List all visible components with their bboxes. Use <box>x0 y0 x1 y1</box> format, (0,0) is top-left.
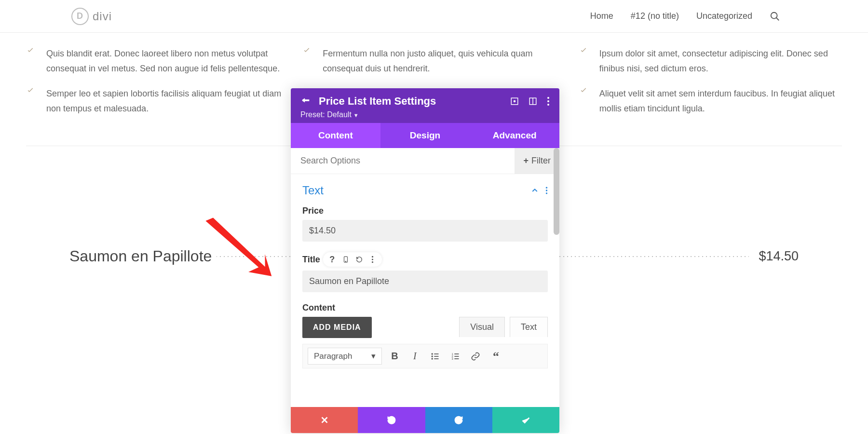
feature-text: Semper leo et sapien lobortis facilisis … <box>46 86 289 116</box>
feature-text: Aliquet velit sit amet sem interdum fauc… <box>599 86 842 116</box>
editor-tab-text[interactable]: Text <box>510 317 548 337</box>
check-icon <box>302 46 311 57</box>
filter-button[interactable]: +Filter <box>515 148 559 174</box>
section-more-icon[interactable] <box>545 186 548 195</box>
price-label: Price <box>302 206 548 216</box>
quote-icon[interactable]: “ <box>488 349 503 364</box>
svg-point-0 <box>771 12 777 18</box>
editor-tab-visual[interactable]: Visual <box>459 317 505 337</box>
settings-modal: Price List Item Settings Preset: Default… <box>291 88 559 433</box>
feature-text: Fermentum nulla non justo aliquet, quis … <box>323 46 565 76</box>
search-options-input[interactable] <box>291 148 515 174</box>
more-icon[interactable] <box>547 96 550 106</box>
svg-point-17 <box>372 261 373 263</box>
annotation-arrow-icon <box>190 207 287 289</box>
content-label: Content <box>302 303 548 313</box>
brand[interactable]: D divi <box>71 8 112 25</box>
scrollbar[interactable] <box>554 148 559 235</box>
tab-advanced[interactable]: Advanced <box>470 123 559 148</box>
svg-point-12 <box>546 192 547 194</box>
svg-point-8 <box>547 100 549 102</box>
italic-icon[interactable]: I <box>407 349 422 364</box>
add-media-button[interactable]: ADD MEDIA <box>302 317 372 338</box>
feature-text: Quis blandit erat. Donec laoreet libero … <box>46 46 289 76</box>
brand-logo-icon: D <box>71 8 89 25</box>
svg-point-22 <box>432 358 433 359</box>
svg-rect-23 <box>434 358 439 359</box>
svg-point-16 <box>372 258 373 260</box>
check-icon <box>26 46 35 57</box>
svg-point-18 <box>432 353 433 354</box>
paragraph-select[interactable]: Paragraph▾ <box>308 348 382 365</box>
search-icon[interactable] <box>770 11 780 22</box>
undo-button[interactable] <box>358 407 425 433</box>
tab-content[interactable]: Content <box>291 123 380 148</box>
save-button[interactable] <box>492 407 559 433</box>
back-icon[interactable] <box>300 95 311 108</box>
svg-text:3: 3 <box>452 357 453 360</box>
nav-home[interactable]: Home <box>590 11 613 21</box>
menu-item-name: Saumon en Papillote <box>26 247 217 265</box>
preset-selector[interactable]: Preset: Default▼ <box>300 110 550 119</box>
reset-icon[interactable] <box>353 253 366 266</box>
svg-point-7 <box>547 97 549 99</box>
svg-point-20 <box>432 355 433 357</box>
field-more-icon[interactable] <box>366 253 379 266</box>
svg-rect-24 <box>455 353 459 354</box>
numbered-list-icon[interactable]: 123 <box>448 349 463 364</box>
check-icon <box>579 86 588 97</box>
svg-point-4 <box>514 101 515 102</box>
snap-icon[interactable] <box>529 97 537 106</box>
title-input[interactable] <box>302 271 548 292</box>
help-icon[interactable]: ? <box>326 253 339 266</box>
svg-rect-19 <box>434 353 439 354</box>
main-nav: Home #12 (no title) Uncategorized <box>590 11 780 22</box>
check-icon <box>579 46 588 57</box>
svg-marker-2 <box>194 216 284 281</box>
feature-text: Ipsum dolor sit amet, consectetur adipis… <box>599 46 842 76</box>
svg-point-9 <box>547 104 549 106</box>
cancel-button[interactable] <box>291 407 358 433</box>
price-input[interactable] <box>302 220 548 242</box>
bullet-list-icon[interactable] <box>427 349 443 364</box>
svg-point-10 <box>546 187 547 189</box>
link-icon[interactable] <box>468 349 483 364</box>
svg-line-1 <box>776 17 779 20</box>
responsive-icon[interactable] <box>339 253 352 266</box>
modal-title: Price List Item Settings <box>319 95 502 108</box>
check-icon <box>26 86 35 97</box>
nav-uncategorized[interactable]: Uncategorized <box>696 11 752 21</box>
section-text-title[interactable]: Text <box>302 184 324 197</box>
menu-item-price: $14.50 <box>749 249 842 264</box>
svg-point-14 <box>345 261 346 262</box>
brand-name: divi <box>93 10 112 23</box>
svg-rect-26 <box>455 358 459 359</box>
bold-icon[interactable]: B <box>387 349 402 364</box>
title-label: Title <box>302 255 320 265</box>
svg-rect-25 <box>455 356 459 357</box>
svg-rect-21 <box>434 356 439 357</box>
redo-button[interactable] <box>425 407 492 433</box>
tab-design[interactable]: Design <box>380 123 470 148</box>
collapse-icon[interactable] <box>531 187 539 194</box>
expand-icon[interactable] <box>510 97 519 106</box>
nav-item-12[interactable]: #12 (no title) <box>631 11 679 21</box>
svg-point-11 <box>546 190 547 191</box>
svg-point-15 <box>372 256 373 258</box>
